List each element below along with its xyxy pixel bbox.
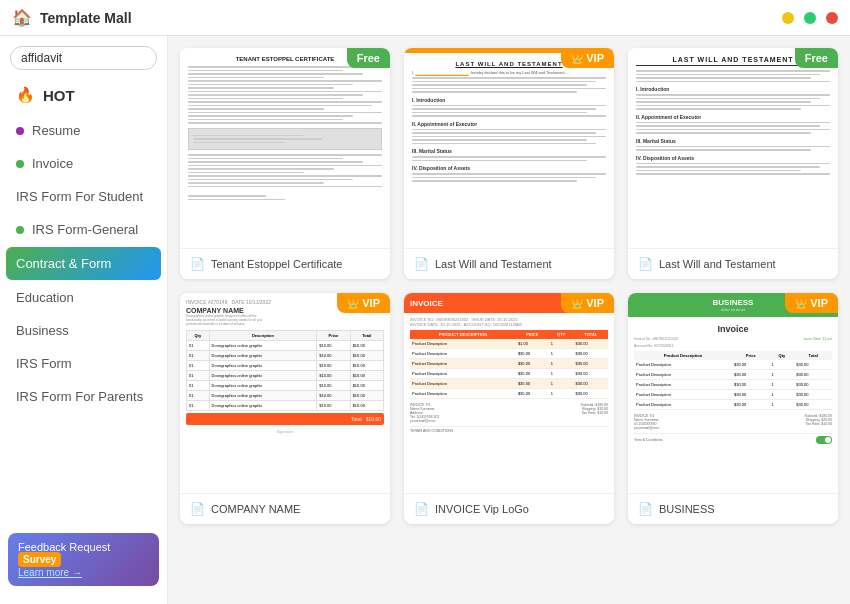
card-footer-2: 📄 Last Will and Testament <box>404 248 614 279</box>
sidebar-label-irs-general: IRS Form-General <box>32 222 138 237</box>
sidebar-item-irs-form[interactable]: IRS Form <box>0 347 167 380</box>
card-footer-3: 📄 Last Will and Testament <box>628 248 838 279</box>
app-icon: 🏠 <box>12 8 32 27</box>
invoice-dot <box>16 160 24 168</box>
main-layout: ✕ 🔥 HOT Resume Invoice IRS Form For Stud… <box>0 36 850 604</box>
sidebar: ✕ 🔥 HOT Resume Invoice IRS Form For Stud… <box>0 36 168 604</box>
badge-vip-4: 👑 VIP <box>785 293 838 313</box>
window-controls <box>782 12 838 24</box>
sidebar-label-hot: HOT <box>43 87 75 104</box>
title-bar: 🏠 Template Mall <box>0 0 850 36</box>
minimize-button[interactable] <box>782 12 794 24</box>
sidebar-item-business[interactable]: Business <box>0 314 167 347</box>
sidebar-item-hot[interactable]: 🔥 HOT <box>0 76 167 114</box>
card-preview-invoice2: INVOICE VIP LOGO INVOICE NO: #WORK882319… <box>404 293 614 493</box>
content-area: TENANT ESTOPPEL CERTIFICATE <box>168 36 850 604</box>
sidebar-item-contract[interactable]: Contract & Form <box>6 247 161 280</box>
card-title-6: BUSINESS <box>659 503 715 515</box>
card-title-1: Tenant Estoppel Certificate <box>211 258 342 270</box>
card-preview-invoice3: BUSINESS dolor sit amet Invoice Invoice … <box>628 293 838 493</box>
crown-icon-4: 👑 <box>795 298 807 309</box>
doc-icon-6: 📄 <box>638 502 653 516</box>
close-button[interactable] <box>826 12 838 24</box>
card-preview-will2: LAST WILL AND TESTAMENT I. Introduction … <box>628 48 838 248</box>
feedback-box[interactable]: Feedback Request Survey Learn more → <box>8 533 159 586</box>
card-preview-tenant: TENANT ESTOPPEL CERTIFICATE <box>180 48 390 248</box>
card-footer-5: 📄 INVOICE Vip LoGo <box>404 493 614 524</box>
card-title-3: Last Will and Testament <box>659 258 776 270</box>
doc-icon-3: 📄 <box>638 257 653 271</box>
sidebar-item-irs-general[interactable]: IRS Form-General <box>0 213 167 246</box>
sidebar-label-irs-form: IRS Form <box>16 356 72 371</box>
crown-icon-3: 👑 <box>571 298 583 309</box>
card-invoice-vip-logo[interactable]: INVOICE VIP LOGO INVOICE NO: #WORK882319… <box>404 293 614 524</box>
card-title-2: Last Will and Testament <box>435 258 552 270</box>
feedback-learn-more[interactable]: Learn more → <box>18 567 149 578</box>
sidebar-item-education[interactable]: Education <box>0 281 167 314</box>
card-tenant-estoppel[interactable]: TENANT ESTOPPEL CERTIFICATE <box>180 48 390 279</box>
badge-vip-3: 👑 VIP <box>561 293 614 313</box>
doc-icon-5: 📄 <box>414 502 429 516</box>
crown-icon-1: 👑 <box>571 53 583 64</box>
sidebar-item-irs-parents[interactable]: IRS Form For Parents <box>0 380 167 413</box>
maximize-button[interactable] <box>804 12 816 24</box>
hot-icon: 🔥 <box>16 86 35 104</box>
card-title-5: INVOICE Vip LoGo <box>435 503 529 515</box>
badge-vip-2: 👑 VIP <box>337 293 390 313</box>
sidebar-label-irs-student: IRS Form For Student <box>16 189 143 204</box>
sidebar-label-education: Education <box>16 290 74 305</box>
irs-general-dot <box>16 226 24 234</box>
template-grid: TENANT ESTOPPEL CERTIFICATE <box>180 48 838 524</box>
sidebar-label-resume: Resume <box>32 123 80 138</box>
sidebar-label-irs-parents: IRS Form For Parents <box>16 389 143 404</box>
card-footer-6: 📄 BUSINESS <box>628 493 838 524</box>
badge-vip-1: 👑 VIP <box>561 48 614 68</box>
search-input[interactable] <box>21 51 168 65</box>
card-last-will-1[interactable]: LAST WILL AND TESTAMENT I, _____________… <box>404 48 614 279</box>
doc-icon-2: 📄 <box>414 257 429 271</box>
card-preview-invoice1: INVOICE #270148 DATE 10/11/2022 COMPANY … <box>180 293 390 493</box>
sidebar-item-resume[interactable]: Resume <box>0 114 167 147</box>
card-footer-1: 📄 Tenant Estoppel Certificate <box>180 248 390 279</box>
resume-dot <box>16 127 24 135</box>
sidebar-label-invoice: Invoice <box>32 156 73 171</box>
card-preview-will1: LAST WILL AND TESTAMENT I, _____________… <box>404 48 614 248</box>
app-title: Template Mall <box>40 10 782 26</box>
badge-free-1: Free <box>347 48 390 68</box>
search-box[interactable]: ✕ <box>10 46 157 70</box>
doc-icon-4: 📄 <box>190 502 205 516</box>
doc-icon-1: 📄 <box>190 257 205 271</box>
sidebar-item-invoice[interactable]: Invoice <box>0 147 167 180</box>
card-invoice-company[interactable]: INVOICE #270148 DATE 10/11/2022 COMPANY … <box>180 293 390 524</box>
card-title-4: COMPANY NAME <box>211 503 300 515</box>
sidebar-label-business: Business <box>16 323 69 338</box>
survey-badge: Survey <box>18 552 61 567</box>
card-last-will-2[interactable]: LAST WILL AND TESTAMENT I. Introduction … <box>628 48 838 279</box>
badge-free-2: Free <box>795 48 838 68</box>
card-invoice-business[interactable]: BUSINESS dolor sit amet Invoice Invoice … <box>628 293 838 524</box>
sidebar-item-irs-student[interactable]: IRS Form For Student <box>0 180 167 213</box>
crown-icon-2: 👑 <box>347 298 359 309</box>
sidebar-label-contract: Contract & Form <box>16 256 111 271</box>
feedback-content: Feedback Request Survey Learn more → <box>18 541 149 578</box>
card-footer-4: 📄 COMPANY NAME <box>180 493 390 524</box>
